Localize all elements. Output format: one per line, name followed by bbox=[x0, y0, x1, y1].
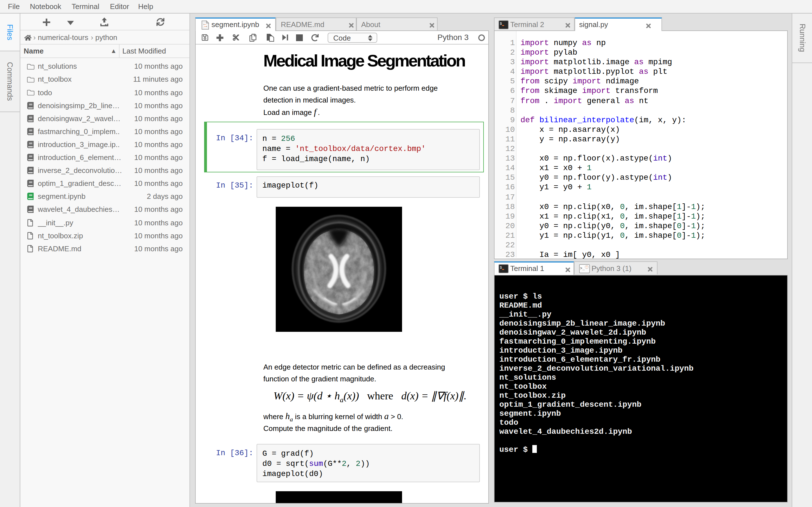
svg-text:$: $ bbox=[500, 22, 502, 25]
svg-text:$: $ bbox=[500, 266, 502, 270]
svg-text:>_: >_ bbox=[580, 266, 585, 270]
